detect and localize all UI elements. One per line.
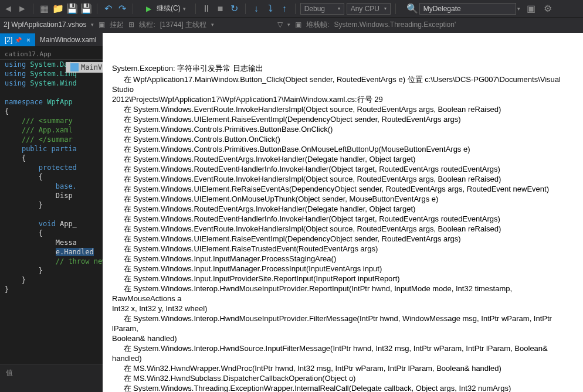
stack-line: 在 System.Windows.Interop.HwndMouseInputP… — [112, 284, 574, 313]
stack-line: 在 System.Windows.RoutedEventArgs.InvokeH… — [112, 204, 574, 214]
step-over-icon[interactable]: ⤵ — [265, 3, 276, 15]
pause-icon[interactable]: ⏸ — [201, 3, 212, 15]
restart-icon[interactable]: ↻ — [229, 3, 240, 15]
subwindow-tab[interactable]: MainV — [66, 62, 103, 73]
save-all-icon[interactable]: 💾 — [80, 3, 92, 15]
stack-line: 在 System.Windows.UIElement.RaiseEventImp… — [112, 234, 574, 244]
tab-mainwindow[interactable]: MainWindow.xaml — [35, 33, 101, 46]
stack-line: 在 System.Windows.Input.InputProviderSite… — [112, 274, 574, 284]
stack-line: 在 System.Windows.EventRoute.InvokeHandle… — [112, 174, 574, 184]
exception-popup[interactable]: System.Exception: 字符串引发异常 日志输出 在 WpfAppl… — [103, 33, 583, 392]
stack-line: 在 System.Windows.Threading.ExceptionWrap… — [112, 383, 574, 392]
pin-icon: 📌 — [15, 37, 22, 43]
breadcrumb[interactable]: cation17.App — [0, 49, 103, 60]
stack-line: 在 System.Windows.RoutedEventHandlerInfo.… — [112, 164, 574, 174]
nav-fwd-icon[interactable]: ► — [16, 3, 28, 15]
new-project-icon[interactable]: ▦ — [38, 3, 50, 15]
tool-icon-2[interactable]: ⚙ — [543, 4, 553, 14]
suspend-icon[interactable]: ▣ — [99, 21, 105, 29]
locals-panel: 值 — [0, 364, 103, 392]
stack-line: 在 System.Windows.Controls.Primitives.But… — [112, 144, 574, 154]
stack-line: 在 System.Windows.EventRoute.InvokeHandle… — [112, 104, 574, 114]
tab-active[interactable]: [2] 📌 × — [0, 33, 35, 46]
search-icon: 🔍 — [406, 3, 418, 14]
platform-dropdown[interactable]: Any CPU ▾ — [347, 3, 391, 15]
undo-icon[interactable]: ↶ — [102, 3, 114, 15]
stack-line: 在 System.Windows.UIElement.OnMouseUpThun… — [112, 194, 574, 204]
thread-label: 线程: — [139, 20, 155, 30]
tool-icon-1[interactable]: ▣ — [526, 4, 537, 14]
stack-line: 在 System.Windows.UIElement.ReRaiseEventA… — [112, 184, 574, 194]
stack-line: 在 MS.Win32.HwndSubclass.DispatcherCallba… — [112, 373, 574, 383]
continue-button[interactable]: ▶ 继续(C) ▾ — [138, 2, 191, 16]
stop-icon[interactable]: ■ — [215, 3, 226, 15]
step-into-icon[interactable]: ↓ — [250, 3, 262, 15]
window-icon — [70, 63, 79, 71]
nav-back-icon[interactable]: ◄ — [2, 3, 14, 15]
exception-header: System.Exception: 字符串引发异常 日志输出 — [112, 63, 574, 73]
stack-line: 在 System.Windows.Interop.HwndSource.Inpu… — [112, 343, 574, 363]
stack-line: 在 WpfApplication17.MainWindow.Button_Cli… — [112, 74, 574, 104]
stack-line: 在 System.Windows.RoutedEventHandlerInfo.… — [112, 214, 574, 224]
value-column-label: 值 — [6, 368, 13, 378]
config-dropdown[interactable]: Debug ▾ — [300, 3, 344, 15]
process-name: 2] WpfApplication17.vshos — [4, 21, 86, 29]
stackframe-value: System.Windows.Threading.Exception' — [334, 21, 456, 29]
stack-line: 在 System.Windows.Controls.Button.OnClick… — [112, 134, 574, 144]
toolbar: ◄ ► ▦ 📁 💾 💾 ↶ ↷ ▶ 继续(C) ▾ ⏸ ■ ↻ ↓ ⤵ ↑ De… — [0, 0, 583, 18]
suspend-label: 挂起 — [110, 20, 124, 30]
stack-line: 在 System.Windows.UIElement.RaiseTrustedE… — [112, 244, 574, 254]
thread-icon[interactable]: ⊞ — [128, 21, 134, 29]
stack-line: 在 MS.Win32.HwndWrapper.WndProc(IntPtr hw… — [112, 363, 574, 373]
close-icon[interactable]: × — [26, 36, 30, 43]
stack-line: 在 System.Windows.RoutedEventArgs.InvokeH… — [112, 154, 574, 164]
stack-line: 在 System.Windows.Input.InputManager.Proc… — [112, 264, 574, 274]
stack-line: 在 System.Windows.Input.InputManager.Proc… — [112, 254, 574, 264]
stack-line: 在 System.Windows.UIElement.RaiseEventImp… — [112, 114, 574, 124]
stackframe-icon[interactable]: ▣ — [295, 21, 301, 29]
stackframe-label: 堆栈帧: — [306, 20, 329, 30]
save-icon[interactable]: 💾 — [66, 3, 78, 15]
code-editor[interactable]: cation17.App MainV using System.Data usi… — [0, 47, 103, 392]
redo-icon[interactable]: ↷ — [116, 3, 128, 15]
dropdown-arrow-icon: ▾ — [183, 6, 186, 12]
step-out-icon[interactable]: ↑ — [279, 3, 290, 15]
quick-launch: 🔍 MyDelegate ▾ — [406, 3, 520, 15]
stack-line: 在 System.Windows.EventRoute.InvokeHandle… — [112, 224, 574, 234]
stack-trace: 在 WpfApplication17.MainWindow.Button_Cli… — [112, 74, 574, 392]
stack-line: 在 System.Windows.Interop.HwndMouseInputP… — [112, 313, 574, 343]
debug-location-bar: 2] WpfApplication17.vshos ▾ ▣ 挂起 ⊞ 线程: [… — [0, 18, 583, 32]
open-icon[interactable]: 📁 — [52, 3, 64, 15]
quick-launch-input[interactable]: MyDelegate — [419, 3, 516, 15]
funnel-icon[interactable]: ▽ — [277, 21, 283, 29]
play-icon: ▶ — [143, 3, 154, 15]
continue-label: 继续(C) — [157, 4, 181, 13]
thread-value: [13744] 主线程 — [160, 20, 206, 30]
stack-line: 在 System.Windows.Controls.Primitives.But… — [112, 124, 574, 134]
